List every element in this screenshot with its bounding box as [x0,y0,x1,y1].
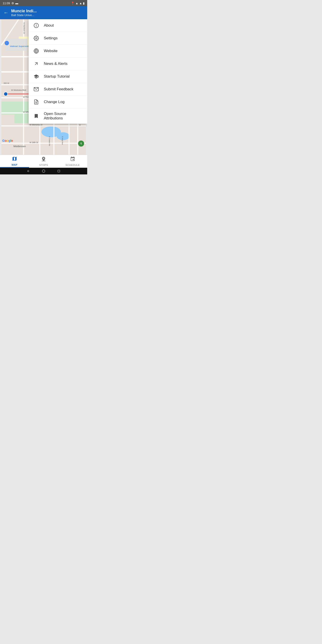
wifi-icon: ▲ [75,2,78,5]
open-source-icon [33,113,39,119]
website-icon [33,48,39,54]
submit-feedback-icon [33,86,39,92]
header-subtitle: Ball State Unive... [11,14,37,17]
sd-card-icon: ▬ [16,2,18,5]
nav-item-map[interactable]: MAP [0,155,29,168]
svg-text:🛒: 🛒 [5,42,8,44]
google-logo-o-yellow: o [6,139,8,142]
schedule-nav-label: SCHEDULE [66,164,80,166]
submit-feedback-label: Submit Feedback [44,87,73,92]
status-bar: 11:09 ⚙ ▬ 📍 ▲ ▲ ▮ [0,0,87,6]
map-nav-label: MAP [12,164,18,166]
startup-tutorial-icon [33,73,39,80]
app-header: ← Muncie Indi... Ball State Unive... [0,6,87,19]
svg-rect-56 [58,170,60,172]
header-text: Muncie Indi... Ball State Unive... [11,9,37,17]
home-system-button[interactable] [42,169,46,173]
menu-item-change-log[interactable]: Change Log [28,96,87,108]
menu-item-website[interactable]: Website [28,45,87,58]
settings-label: Settings [44,36,58,40]
svg-line-50 [35,62,37,65]
menu-item-startup-tutorial[interactable]: Startup Tutorial [28,70,87,83]
google-logo: Google [2,139,13,142]
menu-item-open-source[interactable]: Open Source Attributions [28,108,87,124]
back-button[interactable]: ← [4,10,8,16]
stops-nav-label: STOPS [39,164,48,166]
google-logo-g2-blue: g [8,139,10,142]
svg-text:300 W: 300 W [4,82,10,84]
status-time: 11:09 [3,2,10,5]
website-label: Website [44,49,58,53]
schedule-nav-icon [70,156,75,163]
open-source-label: Open Source Attributions [44,112,83,120]
battery-icon: ▮ [83,2,84,5]
menu-item-about[interactable]: About [28,19,87,32]
location-icon: 📍 [71,2,74,5]
svg-point-55 [42,170,45,172]
svg-point-47 [36,38,37,39]
news-alerts-icon [33,60,39,67]
google-logo-g-blue: G [2,139,5,142]
svg-rect-14 [1,143,86,144]
nav-item-schedule[interactable]: SCHEDULE [58,155,87,168]
header-title: Muncie Indi... [11,9,37,14]
nav-item-stops[interactable]: STOPS [29,155,58,168]
menu-item-news-alerts[interactable]: News & Alerts [28,58,87,70]
menu-item-submit-feedback[interactable]: Submit Feedback [28,83,87,96]
menu-item-settings[interactable]: Settings [28,32,87,45]
signal-icon: ▲ [79,2,82,5]
svg-text:W 26th St: W 26th St [30,141,38,144]
about-icon [33,22,39,28]
dropdown-menu: About Settings Website [28,19,87,124]
about-label: About [44,23,54,28]
svg-text:Walmart Supercenter: Walmart Supercenter [10,45,31,48]
change-log-icon [33,99,39,105]
google-logo-e-red: e [11,139,13,142]
svg-text:S Cowan Rd: S Cowan Rd [48,136,50,146]
svg-rect-54 [42,161,46,161]
back-system-button[interactable] [26,169,30,173]
svg-rect-13 [1,126,86,126]
bottom-nav: MAP STOPS SCHEDULE [0,155,87,168]
map-nav-icon [12,156,17,163]
stops-nav-icon [41,156,46,163]
news-alerts-label: News & Alerts [44,62,68,66]
change-log-label: Change Log [44,100,64,104]
system-nav-bar [0,168,87,174]
svg-text:W Memorial Dr: W Memorial Dr [30,124,42,126]
middletown-label: Middletown [14,145,26,148]
recents-system-button[interactable] [57,169,61,173]
svg-rect-36 [6,39,28,50]
svg-point-37 [4,92,8,96]
svg-text:S Hoyt Ave: S Hoyt Ave [62,136,64,145]
svg-text:W Westview Blvd: W Westview Blvd [11,89,26,91]
svg-text:₹: ₹ [80,142,82,145]
settings-icon: ⚙ [12,2,14,5]
startup-tutorial-label: Startup Tutorial [44,74,70,79]
settings-menu-icon [33,35,39,41]
svg-text:N Marleon Dr: N Marleon Dr [23,22,25,34]
